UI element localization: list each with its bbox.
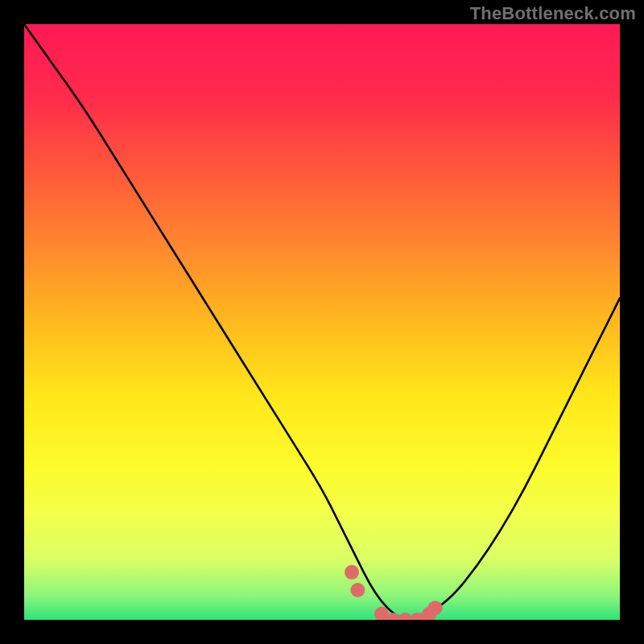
marker-dot [345, 565, 359, 580]
gradient-background [24, 24, 620, 620]
marker-dot [350, 583, 365, 597]
chart-stage: TheBottleneck.com [0, 0, 644, 644]
marker-dot [428, 601, 443, 615]
watermark-label: TheBottleneck.com [470, 3, 636, 24]
plot-area [24, 24, 620, 620]
chart-svg [24, 24, 620, 620]
